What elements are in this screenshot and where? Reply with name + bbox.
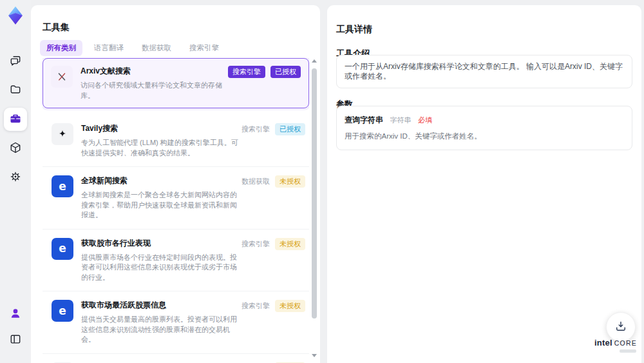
tool-description: 提供当天交易量最高的股票列表。投资者可以利用这些信息来识别流动性强的股票和潜在的… [81,315,240,345]
category-label: 搜索引擎 [242,124,270,134]
brand-subtext-placeholder [620,349,636,353]
download-icon [614,320,627,335]
category-label: 数据获取 [242,177,270,186]
news-service-glyph: e [59,306,66,317]
tab-data-acquisition[interactable]: 数据获取 [135,40,178,56]
tool-card-arxiv-search[interactable]: Arxiv文献搜索 搜索引擎 已授权 访问各个研究领域大量科学论文和文章的存储库… [43,58,309,108]
tab-language-translation[interactable]: 语言翻译 [88,40,130,56]
user-avatar-icon [9,307,22,322]
param-type: 字符串 [390,116,411,124]
panel-toggle-icon [9,333,22,348]
tool-card-regional-news-query[interactable]: 万维地区新闻查询 搜索引擎 未授权 查询具体行政区划内的新闻，快速了解各地新闻动 [43,354,309,363]
category-tabs: 所有类别 语言翻译 数据获取 搜索引擎 [40,40,225,56]
tool-card-most-active-stocks[interactable]: e 获取市场最活跃股票信息 搜索引擎 未授权 提供当天交易量最高的股票列表。投资… [43,291,309,354]
tool-description: 提供股票市场各个行业在特定时间段内的表现。投资者可以利用这些信息来识别表现优于或… [81,253,240,283]
category-label: 搜索引擎 [242,239,270,249]
tool-name: 全球新闻搜索 [81,175,128,186]
tool-name: Tavily搜索 [81,123,118,133]
sidebar-item-settings[interactable] [4,166,27,189]
tool-tags: 搜索引擎 未授权 [242,300,305,312]
tools-panel: 工具集 所有类别 语言翻译 数据获取 搜索引擎 Arxiv文献搜索 [31,5,320,363]
tool-name: 获取股市各行业表现 [81,238,151,248]
tool-name: Arxiv文献搜索 [80,66,131,76]
tool-body: Tavily搜索 搜索引擎 已授权 专为人工智能代理 (LLM) 构建的搜索引擎… [81,123,305,158]
tool-body: 获取股市各行业表现 搜索引擎 未授权 提供股票市场各个行业在特定时间段内的表现。… [81,238,305,283]
category-label: 搜索引擎 [242,301,270,311]
tool-body: Arxiv文献搜索 搜索引擎 已授权 访问各个研究领域大量科学论文和文章的存储库… [80,66,301,101]
param-name: 查询字符串 [345,115,383,124]
category-badge: 搜索引擎 [228,66,265,78]
sidebar-item-tools[interactable] [4,108,27,131]
tool-description: 全球新闻搜索是一个聚合全球各大新闻网站内容的搜索引擎，帮助用户快速获取全球最新资… [81,190,240,221]
tool-body: 全球新闻搜索 数据获取 未授权 全球新闻搜索是一个聚合全球各大新闻网站内容的搜索… [81,175,305,221]
news-service-icon: e [52,300,73,322]
app-window: 工具集 所有类别 语言翻译 数据获取 搜索引擎 Arxiv文献搜索 [0,0,644,363]
folder-icon [9,83,22,98]
cube-icon [9,141,22,156]
auth-status-badge: 已授权 [275,123,305,135]
tool-tags: 搜索引擎 已授权 [242,123,305,135]
news-service-icon: e [52,238,73,260]
panel-toggle-button[interactable] [4,328,27,351]
scrollbar-thumb[interactable] [312,68,317,319]
chat-icon [9,54,22,69]
intro-text: 一个用于从Arxiv存储库搜索科学论文和文章的工具。 输入可以是Arxiv ID… [345,62,623,81]
param-header: 查询字符串 字符串 必填 [345,113,624,126]
sidebar-item-chat[interactable] [4,50,27,73]
tool-card-stock-sector-performance[interactable]: e 获取股市各行业表现 搜索引擎 未授权 提供股票市场各个行业在特定时间段内的表… [43,230,309,292]
param-description: 用于搜索的Arxiv ID、关键字或作者姓名。 [345,132,624,141]
scroll-up-arrow-icon[interactable] [312,59,317,63]
list-scrollbar [311,59,317,357]
news-service-icon: e [52,175,73,197]
tool-card-tavily-search[interactable]: Tavily搜索 搜索引擎 已授权 专为人工智能代理 (LLM) 构建的搜索引擎… [43,115,309,167]
intel-core-logo: intel CORE [594,338,638,353]
details-title: 工具详情 [336,24,372,35]
news-service-glyph: e [59,243,66,254]
page-title: 工具集 [43,22,70,34]
tab-all-categories[interactable]: 所有类别 [40,40,82,56]
tool-tags: 搜索引擎 未授权 [242,238,305,250]
tool-name: 获取市场最活跃股票信息 [81,300,166,310]
sidebar [0,0,31,363]
tool-description: 专为人工智能代理 (LLM) 构建的搜索引擎工具。可快速提供实时、准确和真实的结… [81,138,240,158]
auth-status-badge: 未授权 [275,238,305,250]
tool-body: 获取市场最活跃股票信息 搜索引擎 未授权 提供当天交易量最高的股票列表。投资者可… [81,300,305,345]
brand-core-text: CORE [614,339,637,347]
intro-box: 一个用于从Arxiv存储库搜索科学论文和文章的工具。 输入可以是Arxiv ID… [336,55,632,88]
sidebar-bottom [4,302,27,351]
arxiv-logo-icon [51,66,73,88]
auth-status-badge: 已授权 [270,66,301,78]
briefcase-icon [9,112,22,127]
sidebar-nav [4,50,27,189]
auth-status-badge: 未授权 [275,300,305,312]
news-service-glyph: e [59,181,66,192]
sidebar-item-packages[interactable] [4,137,27,160]
brand-intel-text: intel [594,338,612,348]
user-avatar-button[interactable] [4,302,27,326]
tool-list: Arxiv文献搜索 搜索引擎 已授权 访问各个研究领域大量科学论文和文章的存储库… [43,58,309,363]
tool-tags: 搜索引擎 已授权 [228,66,301,78]
sidebar-item-files[interactable] [4,79,27,102]
scroll-down-arrow-icon[interactable] [312,354,317,357]
tavily-star-icon [52,123,73,145]
tool-description: 访问各个研究领域大量科学论文和文章的存储库。 [80,81,232,101]
tool-tags: 数据获取 未授权 [242,175,305,188]
app-logo-icon [6,6,24,28]
gear-icon [9,170,22,185]
param-box: 查询字符串 字符串 必填 用于搜索的Arxiv ID、关键字或作者姓名。 [336,106,632,150]
tool-card-global-news-search[interactable]: e 全球新闻搜索 数据获取 未授权 全球新闻搜索是一个聚合全球各大新闻网站内容的… [43,167,309,230]
auth-status-badge: 未授权 [275,175,305,188]
param-required-flag: 必填 [418,116,432,124]
tool-details-panel: 工具详情 工具介绍 一个用于从Arxiv存储库搜索科学论文和文章的工具。 输入可… [327,5,641,363]
tab-search-engine[interactable]: 搜索引擎 [183,40,225,56]
